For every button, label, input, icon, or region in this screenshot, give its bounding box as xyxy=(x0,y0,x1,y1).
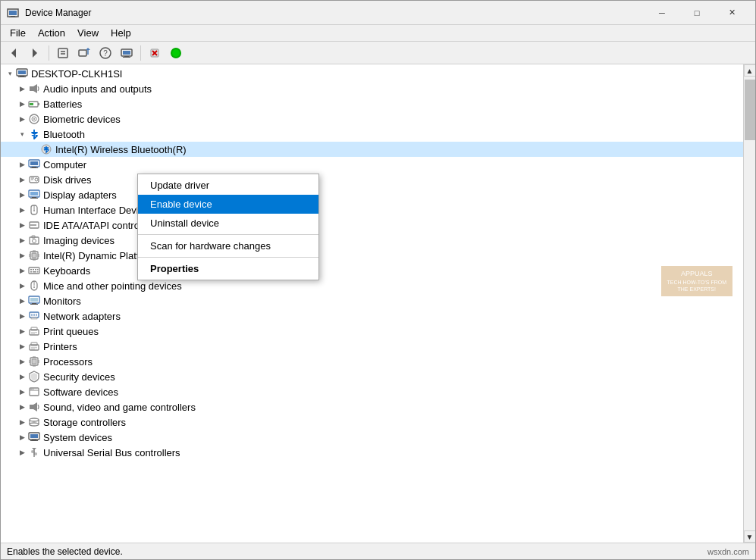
network-expander[interactable]: ▶ xyxy=(16,310,28,322)
menu-file[interactable]: File xyxy=(4,26,32,40)
keyboards-expander[interactable]: ▶ xyxy=(16,264,28,277)
tree-item-printq[interactable]: ▶ Print queues xyxy=(1,324,743,339)
svg-point-109 xyxy=(30,389,32,390)
svg-point-113 xyxy=(30,418,39,421)
ide-expander[interactable]: ▶ xyxy=(16,219,28,231)
ctx-scan-hardware[interactable]: Scan for hardware changes xyxy=(138,236,318,255)
disk-expander[interactable]: ▶ xyxy=(16,174,28,186)
biometric-expander[interactable]: ▶ xyxy=(16,113,28,125)
svg-rect-98 xyxy=(32,359,36,364)
ctx-enable-device[interactable]: Enable device xyxy=(138,195,318,214)
help-button[interactable]: ? xyxy=(96,44,115,62)
imaging-expander[interactable]: ▶ xyxy=(16,234,28,246)
tree-item-audio[interactable]: ▶ Audio inputs and outputs xyxy=(1,81,743,96)
security-expander[interactable]: ▶ xyxy=(16,371,28,383)
tree-item-network[interactable]: ▶ Network adapters xyxy=(1,308,743,324)
title-bar: Device Manager ─ □ ✕ xyxy=(1,1,755,25)
tree-item-hid[interactable]: ▶ Human Interface Devices xyxy=(1,202,743,217)
keyboard-icon xyxy=(28,264,40,277)
imaging-icon xyxy=(28,234,40,246)
monitors-expander[interactable]: ▶ xyxy=(16,295,28,307)
tree-item-computer[interactable]: ▶ Computer xyxy=(1,157,743,172)
tree-root[interactable]: ▾ DESKTOP-CLKH1SI xyxy=(1,66,743,81)
tree-item-sound[interactable]: ▶ Sound, video and game controllers xyxy=(1,399,743,415)
minimize-button[interactable]: ─ xyxy=(645,1,679,25)
svg-rect-74 xyxy=(30,271,32,273)
hid-expander[interactable]: ▶ xyxy=(16,204,28,216)
context-menu: Update driver Enable device Uninstall de… xyxy=(137,174,319,280)
svg-rect-24 xyxy=(18,70,26,74)
device-tree[interactable]: ▾ DESKTOP-CLKH1SI ▶ xyxy=(1,64,743,543)
window-icon xyxy=(7,7,19,19)
tree-item-processors[interactable]: ▶ Processors xyxy=(1,354,743,369)
tree-item-biometric[interactable]: ▶ Biometric devices xyxy=(1,111,743,127)
tree-item-display[interactable]: ▶ Display adapters xyxy=(1,187,743,202)
usb-expander[interactable]: ▶ xyxy=(16,446,28,458)
properties-button[interactable] xyxy=(53,44,73,62)
ctx-uninstall-device[interactable]: Uninstall device xyxy=(138,214,318,233)
mice-expander[interactable]: ▶ xyxy=(16,280,28,292)
intel-expander[interactable]: ▶ xyxy=(16,249,28,261)
tree-item-printers[interactable]: ▶ Printers xyxy=(1,339,743,354)
sound-expander[interactable]: ▶ xyxy=(16,401,28,413)
processors-expander[interactable]: ▶ xyxy=(16,355,28,368)
scroll-thumb[interactable] xyxy=(745,80,755,140)
forward-button[interactable] xyxy=(25,44,45,62)
batteries-expander[interactable]: ▶ xyxy=(16,98,28,110)
menu-help[interactable]: Help xyxy=(105,26,137,40)
tree-item-system[interactable]: ▶ System devices xyxy=(1,430,743,445)
ctx-properties[interactable]: Properties xyxy=(138,259,318,278)
computer-expander[interactable]: ▶ xyxy=(16,158,28,171)
tree-item-security[interactable]: ▶ Security devices xyxy=(1,369,743,384)
printq-expander[interactable]: ▶ xyxy=(16,325,28,337)
tree-item-ide[interactable]: ▶ IDE ATA/ATAPI controllers xyxy=(1,217,743,233)
scroll-up-arrow[interactable]: ▲ xyxy=(744,64,756,77)
menu-action[interactable]: Action xyxy=(32,26,71,40)
tree-item-disk[interactable]: ▶ Disk drives xyxy=(1,172,743,187)
svg-rect-16 xyxy=(124,56,129,57)
tree-item-mice[interactable]: ▶ Mice and other pointing devices xyxy=(1,278,743,293)
storage-expander[interactable]: ▶ xyxy=(16,416,28,428)
menu-view[interactable]: View xyxy=(71,26,105,40)
tree-item-imaging[interactable]: ▶ Imaging devices xyxy=(1,233,743,248)
software-expander[interactable]: ▶ xyxy=(16,386,28,398)
display-expander[interactable]: ▶ xyxy=(16,189,28,201)
tree-item-software[interactable]: ▶ Software devices xyxy=(1,384,743,399)
tree-item-storage[interactable]: ▶ Storage controllers xyxy=(1,415,743,430)
scan-button[interactable] xyxy=(117,44,136,62)
tree-item-batteries[interactable]: ▶ Batteries xyxy=(1,96,743,111)
svg-point-79 xyxy=(33,286,35,288)
scroll-down-arrow[interactable]: ▼ xyxy=(744,530,756,543)
ide-icon xyxy=(28,219,40,231)
printers-expander[interactable]: ▶ xyxy=(16,340,28,352)
vertical-scrollbar[interactable]: ▲ ▼ xyxy=(743,64,755,543)
ctx-update-driver[interactable]: Update driver xyxy=(138,176,318,195)
svg-point-110 xyxy=(33,389,34,390)
svg-rect-73 xyxy=(37,269,39,271)
root-expander[interactable]: ▾ xyxy=(4,67,16,80)
tree-item-usb[interactable]: ▶ Universal Serial Bus controllers xyxy=(1,445,743,460)
tree-item-keyboards[interactable]: ▶ Keyboards xyxy=(1,263,743,278)
ctx-separator xyxy=(138,234,318,235)
svg-marker-4 xyxy=(11,48,16,58)
svg-rect-17 xyxy=(123,57,130,58)
tree-item-monitors[interactable]: ▶ Monitors xyxy=(1,293,743,308)
system-expander[interactable]: ▶ xyxy=(16,431,28,443)
back-button[interactable] xyxy=(4,44,24,62)
close-button[interactable]: ✕ xyxy=(714,1,749,25)
svg-rect-37 xyxy=(30,161,38,165)
audio-expander[interactable]: ▶ xyxy=(16,83,28,95)
batteries-icon xyxy=(28,98,40,110)
tree-item-bluetooth[interactable]: ▾ Bluetooth xyxy=(1,127,743,142)
maximize-button[interactable]: □ xyxy=(679,1,714,25)
bluetooth-expander[interactable]: ▾ xyxy=(16,128,28,140)
uninstall-button[interactable] xyxy=(145,44,165,62)
batteries-label: Batteries xyxy=(43,99,82,110)
tree-item-intel-dynamic[interactable]: ▶ Intel(R) Dynamic Pla xyxy=(1,248,743,263)
enable-button[interactable] xyxy=(166,44,186,62)
scroll-track[interactable] xyxy=(744,77,755,530)
update-driver-button[interactable] xyxy=(74,44,94,62)
tree-item-bluetooth-child[interactable]: Intel(R) Wireless Bluetooth(R) xyxy=(1,142,743,157)
disk-label: Disk drives xyxy=(43,174,92,186)
software-icon xyxy=(28,386,40,398)
